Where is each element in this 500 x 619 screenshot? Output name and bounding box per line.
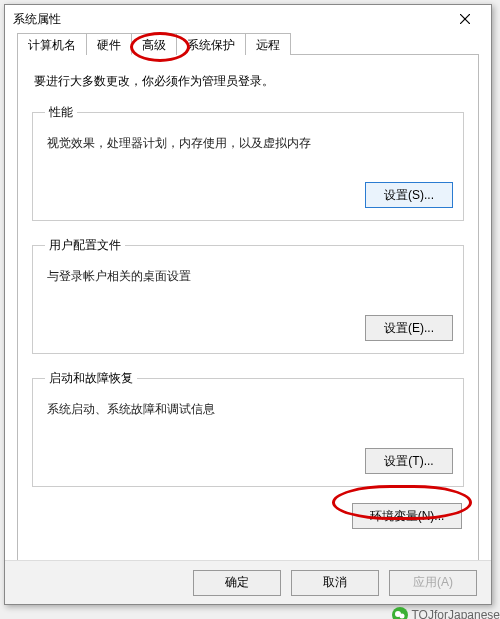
tabs: 计算机名 硬件 高级 系统保护 远程 [5,33,491,55]
user-profiles-desc: 与登录帐户相关的桌面设置 [47,268,453,285]
environment-variables-button[interactable]: 环境变量(N)... [352,503,462,529]
watermark: TOJforJapanese [392,607,501,619]
startup-recovery-group: 启动和故障恢复 系统启动、系统故障和调试信息 设置(T)... [32,370,464,487]
startup-recovery-settings-button[interactable]: 设置(T)... [365,448,453,474]
tab-computer-name[interactable]: 计算机名 [17,33,87,55]
wechat-icon [392,607,408,619]
svg-point-3 [399,614,404,619]
tab-hardware[interactable]: 硬件 [86,33,132,55]
tab-system-protection[interactable]: 系统保护 [176,33,246,55]
tab-advanced[interactable]: 高级 [131,33,177,55]
admin-note: 要进行大多数更改，你必须作为管理员登录。 [34,73,462,90]
tab-panel-advanced: 要进行大多数更改，你必须作为管理员登录。 性能 视觉效果，处理器计划，内存使用，… [17,54,479,572]
user-profiles-legend: 用户配置文件 [45,237,125,254]
user-profiles-settings-button[interactable]: 设置(E)... [365,315,453,341]
startup-recovery-desc: 系统启动、系统故障和调试信息 [47,401,453,418]
watermark-label: TOJforJapanese [412,608,501,619]
performance-desc: 视觉效果，处理器计划，内存使用，以及虚拟内存 [47,135,453,152]
performance-legend: 性能 [45,104,77,121]
dialog-button-bar: 确定 取消 应用(A) [5,560,491,604]
close-button[interactable] [447,8,483,30]
ok-button[interactable]: 确定 [193,570,281,596]
system-properties-dialog: 系统属性 计算机名 硬件 高级 系统保护 远程 要进行大多数更改，你必须作为管理… [4,4,492,605]
performance-group: 性能 视觉效果，处理器计划，内存使用，以及虚拟内存 设置(S)... [32,104,464,221]
performance-settings-button[interactable]: 设置(S)... [365,182,453,208]
tab-remote[interactable]: 远程 [245,33,291,55]
apply-button[interactable]: 应用(A) [389,570,477,596]
user-profiles-group: 用户配置文件 与登录帐户相关的桌面设置 设置(E)... [32,237,464,354]
close-icon [460,14,470,24]
titlebar: 系统属性 [5,5,491,33]
startup-recovery-legend: 启动和故障恢复 [45,370,137,387]
cancel-button[interactable]: 取消 [291,570,379,596]
window-title: 系统属性 [13,11,447,28]
